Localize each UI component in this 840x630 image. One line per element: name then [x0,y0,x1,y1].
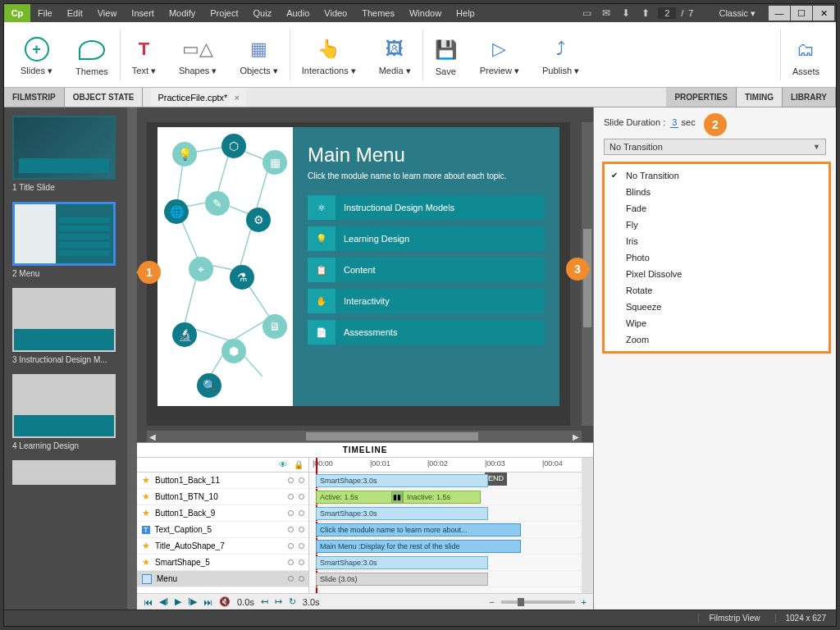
menu-window[interactable]: Window [402,8,449,18]
ribbon-publish[interactable]: ⤴ Publish ▾ [531,22,591,87]
transition-option[interactable]: Iris [605,233,829,249]
menu-row[interactable]: ✋Interactivity [308,289,545,313]
transition-option[interactable]: Wipe [605,315,829,331]
slide-thumb-5[interactable] [12,460,116,485]
mail-icon[interactable]: ✉ [599,7,614,19]
menu-view[interactable]: View [90,8,125,18]
timeline-layer[interactable]: ★Button1_BTN_10 [137,489,308,505]
timeline-layer[interactable]: ★Button1_Back_9 [137,505,308,522]
transition-option[interactable]: Rotate [605,282,829,299]
step-back-icon[interactable]: ◀Ⅰ [159,596,168,607]
rewind-start-icon[interactable]: ⏮ [144,597,153,607]
menu-file[interactable]: File [30,8,60,18]
mute-icon[interactable]: 🔇 [219,596,231,607]
ribbon-shapes[interactable]: ▭△ Shapes ▾ [167,22,228,87]
menu-row[interactable]: ⚛Instructional Design Models [308,195,545,220]
timeline-vscrollbar[interactable] [582,458,593,593]
menu-row[interactable]: 💡Learning Design [308,226,545,251]
timeline-layer[interactable]: ★SmartShape_5 [137,555,308,571]
zoom-in-icon[interactable]: + [582,597,587,607]
timeline-layer[interactable]: ★Title_AutoShape_7 [137,538,308,555]
timeline-layer[interactable]: ★Button1_Back_11 [137,472,308,489]
transition-select[interactable]: No Transition▼ [604,139,826,155]
transition-option[interactable]: Fly [605,217,829,233]
timeline-track[interactable]: Active: 1.5s▮▮Inactive: 1.5s [309,489,582,505]
zoom-slider[interactable] [501,600,575,604]
minimize-button[interactable]: — [769,6,790,21]
transition-option[interactable]: ✔No Transition [605,167,829,184]
menu-modify[interactable]: Modify [162,8,203,18]
ribbon-media[interactable]: 🖼 Media ▾ [368,22,422,87]
play-icon[interactable]: ▶ [175,596,181,607]
ribbon-interactions[interactable]: 👆 Interactions ▾ [290,22,368,87]
menu-audio[interactable]: Audio [279,8,317,18]
slide-thumb-3[interactable] [12,288,116,352]
eye-icon[interactable]: 👁 [279,460,287,469]
transition-option[interactable]: Pixel Dissolve [605,266,829,282]
loop-icon[interactable]: ↻ [289,596,296,607]
tab-filmstrip[interactable]: FILMSTRIP [4,88,65,107]
lock-icon[interactable]: 🔒 [294,460,304,469]
slide-canvas[interactable]: 💡 ⬡ ▦ 🌐 ✎ ⚙ ⌖ ⚗ 🔬 🖥 ⬢ 🔍 [147,122,570,426]
tab-timing[interactable]: TIMING [737,88,783,107]
ribbon-assets[interactable]: 🗂 Assets [781,22,831,87]
tab-library[interactable]: LIBRARY [783,88,836,107]
ribbon-themes[interactable]: Themes [64,22,120,87]
menu-row[interactable]: 📄Assessments [308,320,545,345]
rewind-end-icon[interactable]: ⏭ [203,597,212,607]
ribbon-slides[interactable]: + Slides ▾ [9,22,64,87]
menu-insert[interactable]: Insert [124,8,162,18]
tab-object-state[interactable]: OBJECT STATE [65,88,144,107]
menu-help[interactable]: Help [449,8,482,18]
transition-option[interactable]: Fade [605,200,829,217]
close-file-icon[interactable]: × [234,93,239,103]
menu-themes[interactable]: Themes [354,8,402,18]
timeline-layer[interactable]: TText_Caption_5 [137,522,308,538]
prev-marker-icon[interactable]: ↤ [261,596,268,607]
slide-thumb-1[interactable] [12,116,116,180]
menu-quiz[interactable]: Quiz [246,8,280,18]
menu-row[interactable]: 📋Content [308,258,545,282]
slide-thumb-2[interactable] [12,202,116,266]
check-icon: ✔ [611,171,618,180]
menu-project[interactable]: Project [203,8,245,18]
next-marker-icon[interactable]: ↦ [275,596,282,607]
menu-edit[interactable]: Edit [60,8,90,18]
status-dims: 1024 x 627 [775,614,827,623]
play-icon: ▷ [492,33,506,66]
timeline-track[interactable]: Slide (3.0s) [309,571,582,587]
workspace-selector[interactable]: Classic ▾ [711,8,763,19]
transition-option[interactable]: Blinds [605,184,829,200]
duration-value[interactable]: 3 [670,117,678,128]
page-current[interactable]: 2 [658,7,676,19]
transition-option[interactable]: Squeeze [605,299,829,315]
zoom-out-icon[interactable]: − [489,597,494,607]
transition-option[interactable]: Zoom [605,331,829,348]
ribbon-objects[interactable]: ▦ Objects ▾ [228,22,289,87]
save-icon: 💾 [435,34,457,66]
ribbon-save[interactable]: 💾 Save [423,22,468,87]
timeline-track[interactable]: Click the module name to learn more abou… [309,522,582,538]
timeline-track[interactable]: SmartShape:3.0s [309,555,582,571]
step-fwd-icon[interactable]: Ⅰ▶ [188,596,197,607]
menu-video[interactable]: Video [317,8,354,18]
timeline-track[interactable]: SmartShape:3.0s [309,505,582,522]
transition-option[interactable]: Photo [605,249,829,266]
canvas-hscrollbar[interactable]: ◀▶ [147,431,582,442]
maximize-button[interactable]: ☐ [791,6,812,21]
timeline-layer[interactable]: Menu [137,571,308,587]
ribbon-text[interactable]: T Text ▾ [121,22,167,87]
slide-thumb-4[interactable] [12,374,116,438]
filmstrip-scrollbar[interactable] [127,107,137,609]
ribbon-preview[interactable]: ▷ Preview ▾ [468,22,531,87]
download-icon[interactable]: ⬇ [619,7,633,19]
upload-icon[interactable]: ⬆ [638,7,653,19]
notification-icon[interactable]: ▭ [579,7,594,19]
timeline-track[interactable]: SmartShape:3.0s [309,472,582,489]
file-tab[interactable]: PracticeFile.cptx*× [151,88,245,107]
timeline-track[interactable]: Main Menu :Display for the rest of the s… [309,538,582,555]
timeline-ruler[interactable]: |00:00 |00:01 |00:02 |00:03 |00:04 [309,458,582,472]
duration-label: Slide Duration : [604,117,665,127]
close-button[interactable]: ✕ [813,6,834,21]
tab-properties[interactable]: PROPERTIES [666,88,736,107]
